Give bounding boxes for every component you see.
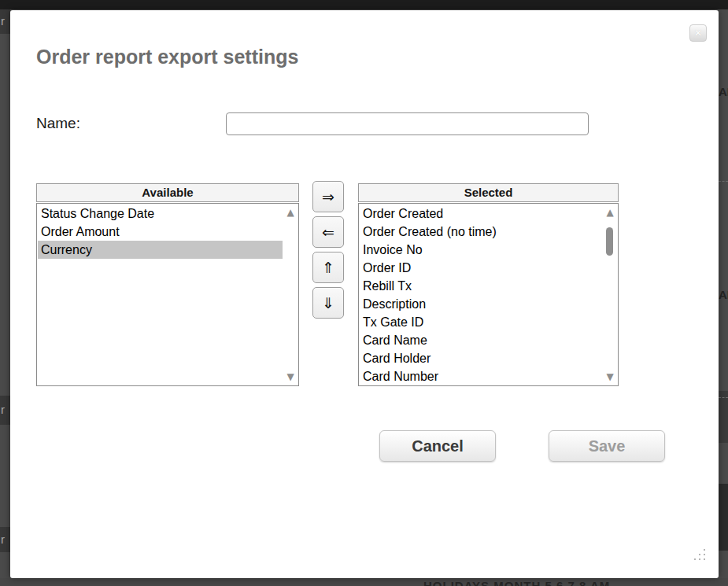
scroll-up-icon[interactable]: ▲: [602, 207, 618, 218]
export-settings-dialog: ✕ Order report export settings Name: Ava…: [10, 10, 719, 578]
list-item[interactable]: Card Holder: [360, 349, 602, 367]
scroll-down-icon[interactable]: ▼: [602, 371, 618, 382]
scrollbar-thumb[interactable]: [606, 227, 613, 256]
background-text-fragment: HOLIDAYS MONTH 5 6 7 8 AM: [423, 579, 610, 586]
available-list[interactable]: Status Change DateOrder AmountCurrency ▲…: [36, 203, 299, 386]
selected-list[interactable]: Order CreatedOrder Created (no time)Invo…: [358, 203, 619, 386]
dialog-title: Order report export settings: [36, 46, 298, 68]
save-button[interactable]: Save: [549, 430, 665, 462]
available-list-header: Available: [36, 183, 299, 202]
arrow-right-icon: ⇒: [322, 190, 334, 205]
cancel-button[interactable]: Cancel: [379, 430, 496, 462]
list-item[interactable]: Rebill Tx: [360, 277, 602, 295]
list-item[interactable]: Order Created (no time): [360, 223, 602, 241]
list-item[interactable]: Order Created: [360, 205, 602, 223]
arrow-up-icon: ⇑: [322, 260, 334, 275]
scroll-up-icon[interactable]: ▲: [283, 207, 298, 218]
list-item[interactable]: Currency: [38, 241, 283, 259]
available-list-items: Status Change DateOrder AmountCurrency: [38, 205, 283, 385]
background-clipped-text: HOLIDAYS MONTH 5 6 7 8 AM: [423, 578, 683, 586]
scroll-down-icon[interactable]: ▼: [283, 371, 298, 382]
name-label: Name:: [36, 115, 80, 132]
resize-grip-icon[interactable]: [692, 547, 706, 561]
list-item[interactable]: Status Change Date: [38, 205, 283, 223]
background-text-fragment: AN: [719, 288, 728, 301]
arrow-left-icon: ⇐: [322, 225, 334, 240]
list-item[interactable]: Order ID: [360, 259, 602, 277]
list-item[interactable]: Tx Gate ID: [360, 313, 602, 331]
selected-scrollbar[interactable]: ▲ ▼: [602, 204, 618, 385]
move-up-button[interactable]: ⇑: [312, 252, 344, 283]
list-item[interactable]: Description: [360, 295, 602, 313]
name-input[interactable]: [226, 112, 589, 135]
list-item[interactable]: Invoice No: [360, 241, 602, 259]
selected-list-items: Order CreatedOrder Created (no time)Invo…: [360, 205, 602, 385]
selected-list-header: Selected: [358, 183, 619, 202]
list-item[interactable]: Card Name: [360, 331, 602, 349]
list-item[interactable]: Order Amount: [38, 223, 283, 241]
background-text-fragment: AN: [719, 85, 728, 98]
background-block: [719, 484, 728, 551]
list-item[interactable]: Card Number: [360, 367, 602, 385]
move-right-button[interactable]: ⇒: [312, 181, 344, 212]
background-button-fragment: r: [0, 9, 10, 34]
background-top-bar: [0, 0, 728, 9]
move-left-button[interactable]: ⇐: [312, 216, 344, 248]
close-icon: ✕: [694, 28, 702, 38]
background-button-fragment: r: [0, 396, 10, 425]
background-block: [719, 391, 728, 443]
page: r r r AN AN HOLIDAYS MONTH 5 6 7 8 AM ✕ …: [0, 0, 728, 586]
background-divider: [719, 397, 728, 398]
close-button[interactable]: ✕: [689, 24, 707, 42]
arrow-down-icon: ⇓: [322, 296, 334, 311]
available-scrollbar[interactable]: ▲ ▼: [283, 204, 298, 385]
move-down-button[interactable]: ⇓: [312, 287, 344, 319]
background-divider: [719, 181, 728, 182]
background-button-fragment: r: [0, 527, 10, 552]
